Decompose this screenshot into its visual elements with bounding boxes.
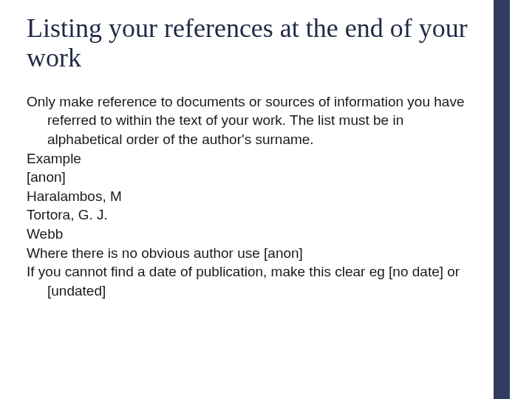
example-item: Tortora, G. J. — [27, 205, 470, 225]
example-item: Haralambos, M — [27, 187, 470, 206]
example-item: [anon] — [27, 168, 470, 187]
accent-bar — [494, 0, 510, 399]
example-item: Webb — [27, 225, 470, 244]
note-anon: Where there is no obvious author use [an… — [27, 244, 470, 263]
slide-content: Listing your references at the end of yo… — [27, 13, 470, 301]
slide-body: Only make reference to documents or sour… — [27, 92, 470, 301]
note-nodate: If you cannot find a date of publication… — [27, 262, 470, 300]
slide-title: Listing your references at the end of yo… — [27, 13, 470, 73]
example-label: Example — [27, 149, 470, 168]
intro-paragraph: Only make reference to documents or sour… — [27, 92, 470, 149]
